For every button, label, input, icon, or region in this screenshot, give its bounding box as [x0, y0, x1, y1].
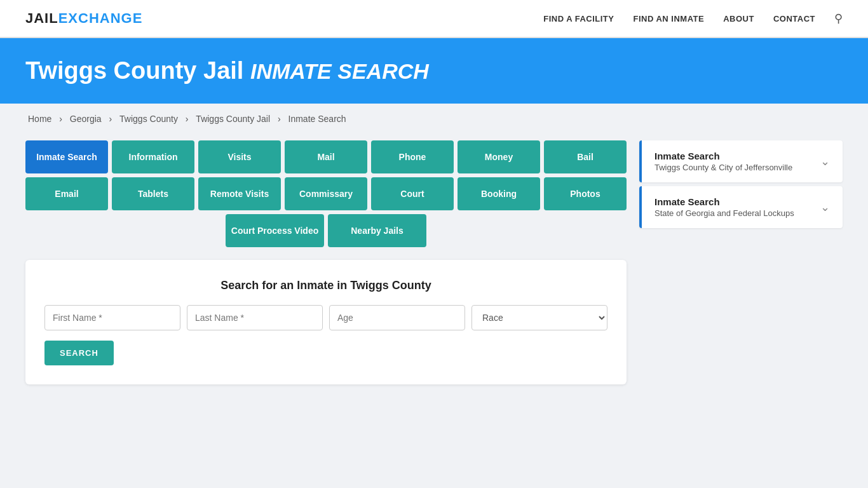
search-fields: Race White Black Hispanic Asian Other: [44, 305, 607, 330]
sidebar-card-twiggs[interactable]: Inmate Search Twiggs County & City of Je…: [639, 140, 843, 182]
btn-commissary[interactable]: Commissary: [285, 177, 367, 210]
sidebar-card-georgia-subtitle: State of Georgia and Federal Lockups: [654, 208, 794, 218]
breadcrumb-home[interactable]: Home: [28, 114, 51, 124]
btn-court-process-video[interactable]: Court Process Video: [226, 214, 324, 247]
sidebar-card-georgia-title: Inmate Search: [654, 196, 794, 207]
nav-buttons-row1: Inmate Search Information Visits Mail Ph…: [25, 140, 627, 173]
nav-find-facility[interactable]: FIND A FACILITY: [543, 14, 614, 24]
search-button[interactable]: SEARCH: [44, 341, 114, 365]
btn-money[interactable]: Money: [458, 140, 540, 173]
chevron-down-icon-2: ⌄: [820, 200, 830, 214]
btn-phone[interactable]: Phone: [371, 140, 454, 173]
last-name-input[interactable]: [187, 305, 323, 330]
age-input[interactable]: [329, 305, 465, 330]
btn-information[interactable]: Information: [112, 140, 194, 173]
breadcrumb-georgia[interactable]: Georgia: [70, 114, 102, 124]
nav-about[interactable]: ABOUT: [723, 14, 754, 24]
search-icon[interactable]: ⚲: [834, 11, 843, 25]
btn-email[interactable]: Email: [25, 177, 108, 210]
main-content: Inmate Search Information Visits Mail Ph…: [0, 134, 868, 410]
race-select[interactable]: Race White Black Hispanic Asian Other: [471, 305, 607, 330]
logo-jail: JAIL: [25, 10, 58, 26]
chevron-down-icon: ⌄: [820, 154, 830, 168]
first-name-input[interactable]: [44, 305, 180, 330]
nav-buttons-row2: Email Tablets Remote Visits Commissary C…: [25, 177, 627, 210]
breadcrumb-twiggs-jail[interactable]: Twiggs County Jail: [196, 114, 270, 124]
btn-photos[interactable]: Photos: [544, 177, 627, 210]
btn-inmate-search[interactable]: Inmate Search: [25, 140, 108, 173]
btn-tablets[interactable]: Tablets: [112, 177, 194, 210]
page-title: Twiggs County Jail INMATE SEARCH: [25, 57, 843, 85]
nav-contact[interactable]: CONTACT: [773, 14, 815, 24]
btn-bail[interactable]: Bail: [544, 140, 627, 173]
main-nav: FIND A FACILITY FIND AN INMATE ABOUT CON…: [543, 11, 843, 25]
nav-find-inmate[interactable]: FIND AN INMATE: [633, 14, 704, 24]
nav-buttons-row3: Court Process Video Nearby Jails: [25, 214, 627, 247]
breadcrumb-inmate-search: Inmate Search: [288, 114, 346, 124]
content-area: Inmate Search Information Visits Mail Ph…: [25, 140, 627, 384]
sidebar-card-georgia[interactable]: Inmate Search State of Georgia and Feder…: [639, 186, 843, 228]
hero-title-sub: INMATE SEARCH: [250, 59, 429, 83]
sidebar: Inmate Search Twiggs County & City of Je…: [639, 140, 843, 232]
btn-court[interactable]: Court: [371, 177, 454, 210]
inmate-search-box: Search for an Inmate in Twiggs County Ra…: [25, 260, 627, 384]
search-box-title: Search for an Inmate in Twiggs County: [44, 279, 607, 292]
site-header: JAILEXCHANGE FIND A FACILITY FIND AN INM…: [0, 0, 868, 38]
sidebar-card-twiggs-subtitle: Twiggs County & City of Jeffersonville: [654, 163, 792, 172]
hero-banner: Twiggs County Jail INMATE SEARCH: [0, 38, 868, 104]
btn-mail[interactable]: Mail: [285, 140, 367, 173]
btn-visits[interactable]: Visits: [198, 140, 281, 173]
hero-title-main: Twiggs County Jail: [25, 57, 243, 84]
site-logo[interactable]: JAILEXCHANGE: [25, 10, 142, 27]
breadcrumb-twiggs-county[interactable]: Twiggs County: [119, 114, 178, 124]
breadcrumb: Home › Georgia › Twiggs County › Twiggs …: [0, 104, 868, 134]
logo-exchange: EXCHANGE: [58, 10, 143, 26]
sidebar-card-twiggs-title: Inmate Search: [654, 151, 792, 161]
btn-nearby-jails[interactable]: Nearby Jails: [328, 214, 426, 247]
btn-booking[interactable]: Booking: [458, 177, 540, 210]
btn-remote-visits[interactable]: Remote Visits: [198, 177, 281, 210]
